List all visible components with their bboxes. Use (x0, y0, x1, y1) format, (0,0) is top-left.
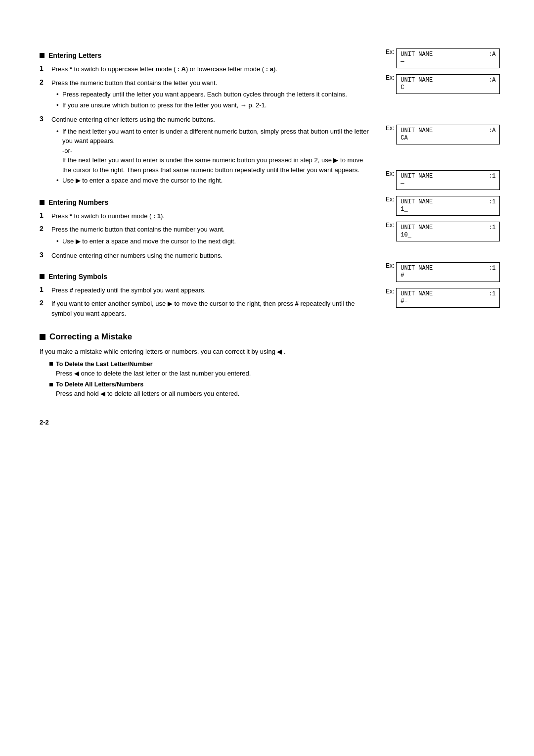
section-entering-numbers: Entering Numbers (40, 198, 371, 206)
step-numbers-2: 2 Press the numeric button that contains… (40, 225, 371, 247)
step-symbols-2: 2 If you want to enter another symbol, u… (40, 299, 371, 318)
step-text: If you want to enter another symbol, use… (51, 299, 371, 318)
lcd-content: #– (400, 298, 407, 305)
step-number: 2 (40, 299, 49, 307)
correcting-intro: If you make a mistake while entering let… (40, 347, 371, 357)
example-symbols-1: Ex: UNIT NAME :1 # (386, 262, 504, 283)
example-numbers-2: Ex: UNIT NAME :1 1_ (386, 196, 504, 217)
page-content: Entering Letters 1 Press * to switch to … (40, 40, 504, 426)
ex-label: Ex: (386, 222, 394, 229)
right-column: Ex: UNIT NAME :A — Ex: UNIT NAME (386, 40, 504, 426)
lcd-display: UNIT NAME :A C (396, 74, 500, 94)
lcd-unit-name: UNIT NAME (400, 224, 433, 231)
lcd-unit-name: UNIT NAME (400, 173, 433, 180)
step-number: 1 (40, 211, 49, 219)
lcd-unit-name: UNIT NAME (400, 265, 433, 272)
lcd-unit-name: UNIT NAME (400, 198, 433, 205)
lcd-mode: :1 (489, 290, 495, 297)
ex-label: Ex: (386, 170, 394, 177)
sub-section-text-delete-last: Press ◀ once to delete the last letter o… (56, 369, 371, 378)
lcd-unit-name: UNIT NAME (400, 290, 433, 297)
step-number: 1 (40, 285, 49, 293)
step-text: Press * to switch to number mode ( : 1). (51, 211, 165, 221)
sub-section-header-delete-last: To Delete the Last Letter/Number (49, 361, 371, 368)
page-number: 2-2 (40, 419, 371, 426)
ex-label: Ex: (386, 48, 394, 55)
left-column: Entering Letters 1 Press * to switch to … (40, 40, 386, 426)
sub-section-delete-last: To Delete the Last Letter/Number Press ◀… (49, 361, 371, 378)
section-title-numbers: Entering Numbers (48, 198, 108, 206)
section-icon-mistake (40, 334, 45, 340)
step-text: Press the numeric button that contains t… (51, 78, 347, 111)
step-numbers-3: 3 Continue entering other numbers using … (40, 251, 371, 261)
example-letters-2: Ex: UNIT NAME :A C (386, 74, 504, 95)
step-number: 2 (40, 225, 49, 233)
section-entering-symbols: Entering Symbols (40, 273, 371, 281)
step-symbols-1: 1 Press # repeatedly until the symbol yo… (40, 285, 371, 295)
lcd-display: UNIT NAME :1 # (396, 262, 500, 282)
step-numbers-1: 1 Press * to switch to number mode ( : 1… (40, 211, 371, 221)
lcd-display: UNIT NAME :1 10_ (396, 222, 500, 241)
step-number: 3 (40, 115, 49, 123)
ex-label: Ex: (386, 74, 394, 81)
lcd-mode: :1 (489, 265, 495, 272)
lcd-mode: :A (489, 127, 495, 134)
lcd-display: UNIT NAME :1 1_ (396, 196, 500, 216)
sub-section-title: To Delete the Last Letter/Number (56, 361, 153, 368)
sub-section-title: To Delete All Letters/Numbers (56, 381, 143, 388)
example-letters-1: Ex: UNIT NAME :A — (386, 48, 504, 69)
lcd-content: — (400, 58, 404, 65)
ex-label: Ex: (386, 125, 394, 132)
section-icon-symbols (40, 274, 44, 279)
lcd-display: UNIT NAME :A — (396, 48, 500, 68)
lcd-mode: :A (489, 77, 495, 84)
sub-section-text-delete-all: Press and hold ◀ to delete all letters o… (56, 389, 371, 399)
sub-section-header-delete-all: To Delete All Letters/Numbers (49, 381, 371, 388)
lcd-unit-name: UNIT NAME (400, 51, 433, 58)
section-title-mistake: Correcting a Mistake (49, 332, 132, 342)
lcd-content: — (400, 180, 404, 187)
lcd-unit-name: UNIT NAME (400, 77, 433, 84)
lcd-content: 1_ (400, 206, 407, 213)
sub-section-delete-all: To Delete All Letters/Numbers Press and … (49, 381, 371, 399)
lcd-display: UNIT NAME :1 — (396, 170, 500, 190)
section-title-letters: Entering Letters (48, 51, 101, 59)
example-letters-3: Ex: UNIT NAME :A CA (386, 125, 504, 145)
ex-label: Ex: (386, 196, 394, 203)
step-letters-3: 3 Continue entering other letters using … (40, 115, 371, 187)
ex-label: Ex: (386, 262, 394, 269)
example-numbers-1: Ex: UNIT NAME :1 — (386, 170, 504, 191)
lcd-content: # (400, 272, 404, 279)
section-correcting-mistake: Correcting a Mistake (40, 332, 371, 342)
step-text: Press the numeric button that contains t… (51, 225, 236, 247)
step-text: Press * to switch to uppercase letter mo… (51, 64, 277, 74)
lcd-display: UNIT NAME :1 #– (396, 288, 500, 308)
step-text: Continue entering other letters using th… (51, 115, 371, 187)
step-number: 2 (40, 78, 49, 86)
example-numbers-3: Ex: UNIT NAME :1 10_ (386, 222, 504, 242)
sub-section-icon (49, 362, 53, 366)
lcd-content: CA (400, 135, 407, 142)
lcd-unit-name: UNIT NAME (400, 127, 433, 134)
step-text: Continue entering other numbers using th… (51, 251, 222, 261)
step-number: 1 (40, 64, 49, 72)
lcd-content: 10_ (400, 232, 411, 238)
step-number: 3 (40, 251, 49, 259)
ex-label: Ex: (386, 288, 394, 295)
lcd-mode: :1 (489, 173, 495, 180)
section-icon-letters (40, 53, 44, 58)
lcd-display: UNIT NAME :A CA (396, 125, 500, 144)
example-symbols-2: Ex: UNIT NAME :1 #– (386, 288, 504, 309)
lcd-mode: :A (489, 51, 495, 58)
step-text: Press # repeatedly until the symbol you … (51, 285, 206, 295)
lcd-content: C (400, 84, 404, 91)
lcd-mode: :1 (489, 224, 495, 231)
section-title-symbols: Entering Symbols (48, 273, 107, 281)
section-entering-letters: Entering Letters (40, 51, 371, 59)
step-letters-1: 1 Press * to switch to uppercase letter … (40, 64, 371, 74)
sub-section-icon (49, 383, 53, 386)
section-icon-numbers (40, 200, 44, 205)
step-letters-2: 2 Press the numeric button that contains… (40, 78, 371, 111)
lcd-mode: :1 (489, 198, 495, 205)
